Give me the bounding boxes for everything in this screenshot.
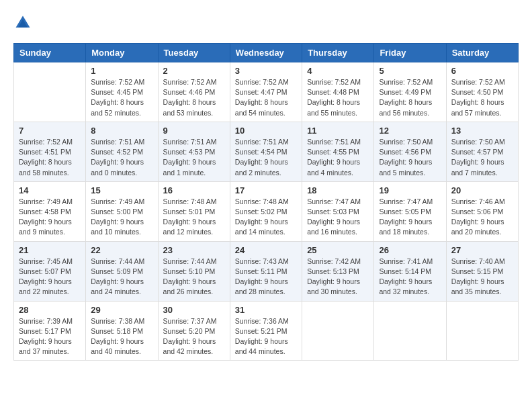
day-number: 21 [19, 245, 81, 255]
day-info: Sunrise: 7:52 AMSunset: 4:49 PMDaylight:… [379, 77, 441, 118]
day-number: 27 [451, 245, 513, 255]
day-info: Sunrise: 7:45 AMSunset: 5:07 PMDaylight:… [19, 257, 81, 298]
day-number: 10 [235, 126, 297, 136]
day-info: Sunrise: 7:51 AMSunset: 4:54 PMDaylight:… [235, 137, 297, 178]
day-info: Sunrise: 7:39 AMSunset: 5:17 PMDaylight:… [19, 316, 81, 357]
day-info: Sunrise: 7:52 AMSunset: 4:46 PMDaylight:… [163, 77, 225, 118]
calendar-cell: 5Sunrise: 7:52 AMSunset: 4:49 PMDaylight… [374, 62, 446, 122]
calendar-cell: 13Sunrise: 7:50 AMSunset: 4:57 PMDayligh… [446, 122, 518, 181]
day-info: Sunrise: 7:52 AMSunset: 4:50 PMDaylight:… [451, 77, 513, 118]
day-number: 26 [379, 245, 441, 255]
day-number: 8 [91, 126, 152, 136]
calendar-cell: 2Sunrise: 7:52 AMSunset: 4:46 PMDaylight… [158, 62, 230, 122]
calendar-cell: 18Sunrise: 7:47 AMSunset: 5:03 PMDayligh… [302, 181, 374, 241]
day-info: Sunrise: 7:44 AMSunset: 5:09 PMDaylight:… [91, 257, 152, 298]
day-number: 6 [451, 66, 513, 76]
calendar-cell: 12Sunrise: 7:50 AMSunset: 4:56 PMDayligh… [374, 122, 446, 181]
header-monday: Monday [86, 44, 158, 62]
day-number: 1 [91, 66, 152, 76]
header-thursday: Thursday [302, 44, 374, 62]
calendar-cell: 11Sunrise: 7:51 AMSunset: 4:55 PMDayligh… [302, 122, 374, 181]
day-number: 2 [163, 66, 225, 76]
calendar-cell: 7Sunrise: 7:52 AMSunset: 4:51 PMDaylight… [14, 122, 86, 181]
day-info: Sunrise: 7:49 AMSunset: 4:58 PMDaylight:… [19, 197, 81, 238]
calendar-cell: 24Sunrise: 7:43 AMSunset: 5:11 PMDayligh… [230, 241, 302, 301]
calendar-cell: 21Sunrise: 7:45 AMSunset: 5:07 PMDayligh… [14, 241, 86, 301]
day-info: Sunrise: 7:43 AMSunset: 5:11 PMDaylight:… [235, 257, 297, 298]
day-number: 17 [235, 185, 297, 195]
calendar-cell: 14Sunrise: 7:49 AMSunset: 4:58 PMDayligh… [14, 181, 86, 241]
calendar-week-row: 21Sunrise: 7:45 AMSunset: 5:07 PMDayligh… [14, 241, 519, 301]
header-friday: Friday [374, 44, 446, 62]
logo-icon [13, 13, 32, 32]
calendar-cell: 4Sunrise: 7:52 AMSunset: 4:48 PMDaylight… [302, 62, 374, 122]
day-number: 20 [451, 185, 513, 195]
day-number: 7 [19, 126, 81, 136]
day-info: Sunrise: 7:48 AMSunset: 5:02 PMDaylight:… [235, 197, 297, 238]
day-number: 9 [163, 126, 225, 136]
calendar-cell [14, 62, 86, 122]
calendar-week-row: 7Sunrise: 7:52 AMSunset: 4:51 PMDaylight… [14, 122, 519, 181]
day-number: 11 [307, 126, 369, 136]
calendar-cell: 1Sunrise: 7:52 AMSunset: 4:45 PMDaylight… [86, 62, 158, 122]
day-info: Sunrise: 7:52 AMSunset: 4:47 PMDaylight:… [235, 77, 297, 118]
day-info: Sunrise: 7:47 AMSunset: 5:05 PMDaylight:… [379, 197, 441, 238]
day-info: Sunrise: 7:40 AMSunset: 5:15 PMDaylight:… [451, 257, 513, 298]
calendar-table: SundayMondayTuesdayWednesdayThursdayFrid… [13, 43, 519, 361]
header-tuesday: Tuesday [158, 44, 230, 62]
calendar-cell: 19Sunrise: 7:47 AMSunset: 5:05 PMDayligh… [374, 181, 446, 241]
day-info: Sunrise: 7:38 AMSunset: 5:18 PMDaylight:… [91, 316, 152, 357]
day-info: Sunrise: 7:37 AMSunset: 5:20 PMDaylight:… [163, 316, 225, 357]
day-info: Sunrise: 7:50 AMSunset: 4:56 PMDaylight:… [379, 137, 441, 178]
calendar-cell: 6Sunrise: 7:52 AMSunset: 4:50 PMDaylight… [446, 62, 518, 122]
day-info: Sunrise: 7:50 AMSunset: 4:57 PMDaylight:… [451, 137, 513, 178]
calendar-cell: 27Sunrise: 7:40 AMSunset: 5:15 PMDayligh… [446, 241, 518, 301]
calendar-cell [446, 301, 518, 361]
calendar-cell [374, 301, 446, 361]
calendar-week-row: 1Sunrise: 7:52 AMSunset: 4:45 PMDaylight… [14, 62, 519, 122]
day-info: Sunrise: 7:41 AMSunset: 5:14 PMDaylight:… [379, 257, 441, 298]
logo [13, 13, 35, 32]
calendar-cell: 25Sunrise: 7:42 AMSunset: 5:13 PMDayligh… [302, 241, 374, 301]
day-number: 12 [379, 126, 441, 136]
day-number: 28 [19, 305, 81, 315]
calendar-cell: 20Sunrise: 7:46 AMSunset: 5:06 PMDayligh… [446, 181, 518, 241]
day-number: 22 [91, 245, 152, 255]
day-number: 15 [91, 185, 152, 195]
day-number: 13 [451, 126, 513, 136]
day-number: 5 [379, 66, 441, 76]
day-number: 25 [307, 245, 369, 255]
calendar-cell: 28Sunrise: 7:39 AMSunset: 5:17 PMDayligh… [14, 301, 86, 361]
day-number: 14 [19, 185, 81, 195]
calendar-cell: 31Sunrise: 7:36 AMSunset: 5:21 PMDayligh… [230, 301, 302, 361]
calendar-week-row: 28Sunrise: 7:39 AMSunset: 5:17 PMDayligh… [14, 301, 519, 361]
calendar-cell: 15Sunrise: 7:49 AMSunset: 5:00 PMDayligh… [86, 181, 158, 241]
day-info: Sunrise: 7:51 AMSunset: 4:55 PMDaylight:… [307, 137, 369, 178]
day-number: 29 [91, 305, 152, 315]
calendar-cell: 29Sunrise: 7:38 AMSunset: 5:18 PMDayligh… [86, 301, 158, 361]
calendar-cell: 23Sunrise: 7:44 AMSunset: 5:10 PMDayligh… [158, 241, 230, 301]
day-number: 19 [379, 185, 441, 195]
day-info: Sunrise: 7:48 AMSunset: 5:01 PMDaylight:… [163, 197, 225, 238]
day-number: 3 [235, 66, 297, 76]
calendar-cell: 9Sunrise: 7:51 AMSunset: 4:53 PMDaylight… [158, 122, 230, 181]
day-info: Sunrise: 7:47 AMSunset: 5:03 PMDaylight:… [307, 197, 369, 238]
day-number: 24 [235, 245, 297, 255]
day-number: 23 [163, 245, 225, 255]
calendar-cell: 30Sunrise: 7:37 AMSunset: 5:20 PMDayligh… [158, 301, 230, 361]
header-wednesday: Wednesday [230, 44, 302, 62]
day-info: Sunrise: 7:51 AMSunset: 4:53 PMDaylight:… [163, 137, 225, 178]
header-saturday: Saturday [446, 44, 518, 62]
day-info: Sunrise: 7:44 AMSunset: 5:10 PMDaylight:… [163, 257, 225, 298]
day-info: Sunrise: 7:36 AMSunset: 5:21 PMDaylight:… [235, 316, 297, 357]
calendar-cell: 26Sunrise: 7:41 AMSunset: 5:14 PMDayligh… [374, 241, 446, 301]
day-info: Sunrise: 7:46 AMSunset: 5:06 PMDaylight:… [451, 197, 513, 238]
day-number: 30 [163, 305, 225, 315]
header-sunday: Sunday [14, 44, 86, 62]
day-number: 4 [307, 66, 369, 76]
day-info: Sunrise: 7:52 AMSunset: 4:48 PMDaylight:… [307, 77, 369, 118]
day-number: 31 [235, 305, 297, 315]
calendar-week-row: 14Sunrise: 7:49 AMSunset: 4:58 PMDayligh… [14, 181, 519, 241]
day-info: Sunrise: 7:42 AMSunset: 5:13 PMDaylight:… [307, 257, 369, 298]
page-header [13, 13, 519, 32]
